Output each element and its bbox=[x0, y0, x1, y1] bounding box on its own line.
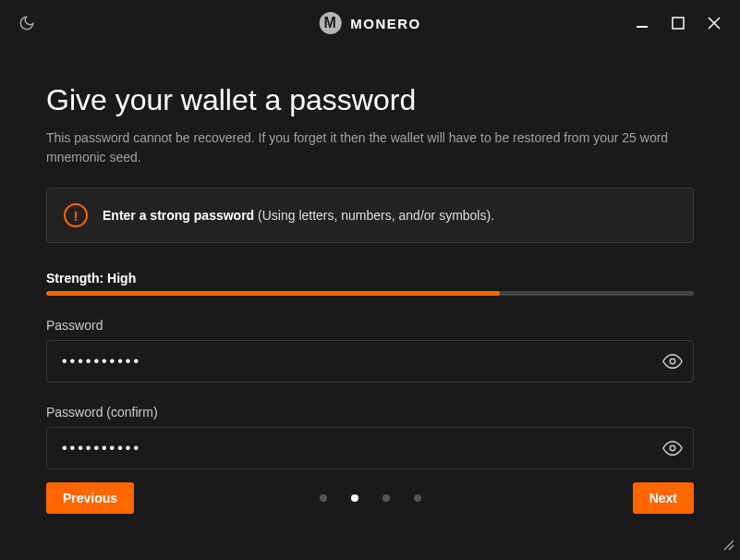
theme-toggle-moon-icon[interactable] bbox=[18, 15, 35, 31]
svg-point-5 bbox=[670, 445, 675, 451]
resize-handle-icon[interactable] bbox=[722, 538, 734, 554]
step-dot-1[interactable] bbox=[320, 494, 327, 502]
password-confirm-input[interactable] bbox=[46, 427, 694, 469]
app-brand: M MONERO bbox=[319, 12, 421, 34]
svg-point-4 bbox=[670, 359, 675, 364]
close-button[interactable] bbox=[707, 16, 722, 30]
password-input[interactable] bbox=[46, 340, 694, 383]
toggle-confirm-visibility-icon[interactable] bbox=[662, 438, 683, 458]
title-bar: M MONERO bbox=[0, 0, 740, 46]
strength-meter-fill bbox=[46, 291, 500, 296]
strength-label: Strength: High bbox=[46, 271, 694, 286]
page-title: Give your wallet a password bbox=[46, 83, 694, 117]
exclamation-icon: ! bbox=[64, 203, 88, 227]
monero-logo-icon: M bbox=[319, 12, 341, 34]
password-hint-box: ! Enter a strong password (Using letters… bbox=[46, 188, 694, 243]
content-area: Give your wallet a password This passwor… bbox=[0, 46, 740, 469]
step-dot-3[interactable] bbox=[382, 494, 390, 502]
password-confirm-label: Password (confirm) bbox=[46, 405, 694, 420]
next-button[interactable]: Next bbox=[633, 482, 694, 514]
svg-line-7 bbox=[729, 545, 734, 550]
app-name: MONERO bbox=[350, 16, 421, 31]
toggle-password-visibility-icon[interactable] bbox=[662, 351, 683, 371]
step-indicator bbox=[320, 494, 421, 502]
minimize-button[interactable] bbox=[635, 16, 649, 30]
page-subtitle: This password cannot be recovered. If yo… bbox=[46, 128, 694, 167]
password-label: Password bbox=[46, 318, 694, 333]
previous-button[interactable]: Previous bbox=[46, 482, 134, 514]
svg-rect-1 bbox=[673, 18, 684, 29]
step-dot-2[interactable] bbox=[351, 494, 358, 502]
strength-meter bbox=[46, 291, 694, 296]
maximize-button[interactable] bbox=[672, 17, 685, 30]
svg-line-6 bbox=[724, 541, 734, 550]
step-dot-4[interactable] bbox=[414, 494, 421, 502]
wizard-nav: Previous Next bbox=[46, 482, 694, 514]
password-hint-text: Enter a strong password (Using letters, … bbox=[103, 208, 494, 223]
